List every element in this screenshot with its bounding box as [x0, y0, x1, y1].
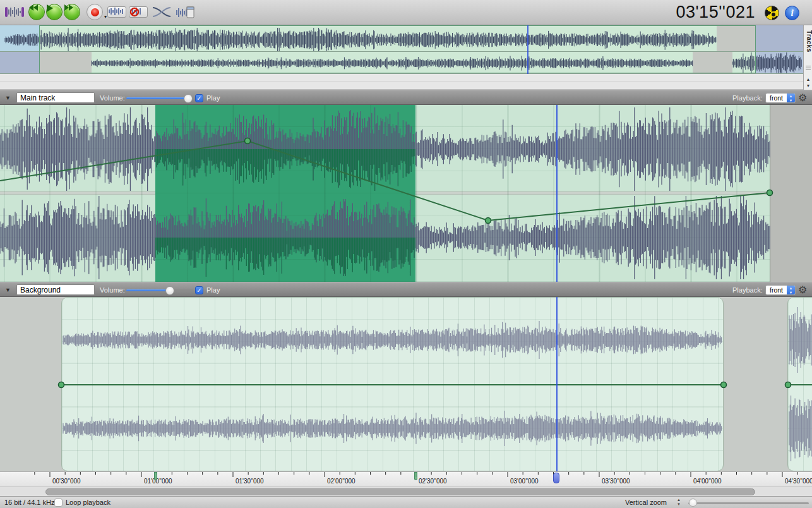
background-playhead [556, 297, 558, 471]
background-track-header: ▼ Volume: ✓ Play Playback: front ▲▼ ⚙ [0, 282, 812, 297]
horizontal-scrollbar-thumb[interactable] [45, 488, 755, 495]
main-playhead [556, 105, 558, 282]
waveform-window-icon [176, 5, 194, 19]
main-track-name-field[interactable] [16, 92, 95, 103]
ruler-label: 01'30''000 [236, 478, 264, 485]
main-play-checkbox[interactable]: ✓ [195, 94, 203, 102]
status-bar: 16 bit / 44.1 kHz Loop playback Vertical… [0, 496, 812, 508]
rewind-button[interactable] [28, 4, 45, 20]
background-disclosure-triangle-icon[interactable]: ▼ [5, 287, 11, 293]
ruler-label: 01'00''000 [144, 478, 172, 485]
play-icon [47, 4, 53, 12]
background-track-area[interactable] [0, 297, 812, 471]
main-volume-envelope [0, 105, 812, 282]
background-play-checkbox[interactable]: ✓ [195, 286, 203, 294]
envelope-handle[interactable] [245, 138, 251, 144]
waveform-icon [108, 7, 124, 16]
tracks-pane-grip[interactable] [806, 66, 811, 70]
edit-waveform-button[interactable] [107, 6, 126, 18]
audio-editor-window: ▾ [0, 0, 812, 508]
main-volume-slider-fill [126, 97, 188, 99]
vertical-zoom-slider-knob[interactable] [689, 499, 697, 507]
main-volume-slider-knob[interactable] [184, 94, 193, 103]
band-divider [0, 81, 803, 82]
ruler-label: 03'30''000 [602, 478, 630, 485]
info-icon[interactable]: i [785, 6, 799, 20]
selection-tool-icon [5, 5, 24, 19]
play-button[interactable] [46, 4, 63, 20]
main-volume-label: Volume: [100, 94, 125, 102]
selection-boundary-marker[interactable] [414, 472, 417, 480]
envelope-handle[interactable] [59, 382, 64, 388]
vertical-zoom-label: Vertical zoom [625, 499, 667, 506]
ruler-label: 02'00''000 [327, 478, 355, 485]
timecode-display: 03'15''021 [676, 3, 755, 22]
background-volume-envelope [0, 297, 812, 471]
vertical-zoom-stepper-icon[interactable]: ▲▼ [677, 498, 681, 507]
main-playback-dropdown[interactable]: front ▲▼ [765, 93, 796, 103]
envelope-handle[interactable] [486, 218, 491, 224]
info-glyph: i [791, 8, 793, 18]
background-volume-label: Volume: [100, 286, 125, 294]
background-volume-slider-fill [126, 289, 170, 291]
tracks-pane-label: Tracks [804, 30, 812, 52]
silence-selection-button[interactable] [129, 6, 148, 18]
main-track-header: ▼ Volume: ✓ Play Playback: front ▲▼ ⚙ [0, 90, 812, 105]
selection-boundary-marker[interactable] [154, 472, 157, 480]
loop-playback-label: Loop playback [66, 499, 110, 506]
background-playback-dropdown[interactable]: front ▲▼ [765, 285, 796, 295]
main-track-area[interactable] [0, 105, 812, 282]
overview-lower-band [0, 74, 803, 90]
background-volume-slider-knob[interactable] [165, 286, 174, 295]
overview-side-strip: Tracks ▲ ▼ [803, 25, 812, 90]
envelope-handle[interactable] [785, 382, 791, 388]
main-playback-label: Playback: [732, 94, 763, 102]
record-button[interactable]: ▾ [87, 4, 103, 20]
background-playback-label: Playback: [732, 286, 763, 294]
overview-playhead [527, 25, 528, 74]
fast-forward-icon [64, 4, 73, 11]
horizontal-scrollbar[interactable] [0, 487, 812, 496]
loop-playback-checkbox[interactable] [54, 499, 63, 507]
record-icon [91, 8, 99, 16]
tracks-overview[interactable] [0, 25, 803, 74]
overview-scroll-down-button[interactable]: ▼ [804, 82, 812, 89]
main-settings-gear-icon[interactable]: ⚙ [798, 92, 807, 104]
playhead-handle[interactable] [553, 473, 559, 483]
background-playback-stepper-icon: ▲▼ [787, 286, 795, 294]
toolbar: ▾ [0, 0, 812, 25]
audio-format-label: 16 bit / 44.1 kHz [4, 499, 55, 506]
main-disclosure-triangle-icon[interactable]: ▼ [5, 95, 11, 101]
background-playback-value: front [770, 286, 783, 294]
fade-curves-icon [152, 6, 171, 18]
rewind-icon [29, 4, 38, 11]
background-play-label: Play [206, 286, 220, 294]
ruler-label: 02'30''000 [419, 478, 447, 485]
main-play-label: Play [206, 94, 220, 102]
envelope-handle[interactable] [767, 190, 773, 196]
fast-forward-button[interactable] [64, 4, 80, 20]
envelope-handle[interactable] [721, 382, 727, 388]
main-playback-value: front [770, 94, 783, 102]
background-settings-gear-icon[interactable]: ⚙ [798, 284, 807, 296]
ruler-label: 00'30''000 [52, 478, 81, 485]
overview-visible-region-box[interactable] [39, 25, 756, 73]
ruler-label: 04'30''000 [785, 478, 812, 485]
ruler-ticks [0, 472, 812, 487]
ruler-label: 04'00''000 [693, 478, 722, 485]
no-entry-icon [129, 7, 140, 17]
record-menu-caret-icon: ▾ [104, 14, 107, 20]
vertical-zoom-slider-track[interactable] [688, 502, 809, 504]
burn-icon[interactable] [765, 6, 779, 20]
ruler-label: 03'00''000 [510, 478, 539, 485]
main-playback-stepper-icon: ▲▼ [787, 94, 795, 102]
time-ruler[interactable]: 00'30''00001'00''00001'30''00002'00''000… [0, 471, 812, 487]
background-track-name-field[interactable] [16, 284, 95, 295]
